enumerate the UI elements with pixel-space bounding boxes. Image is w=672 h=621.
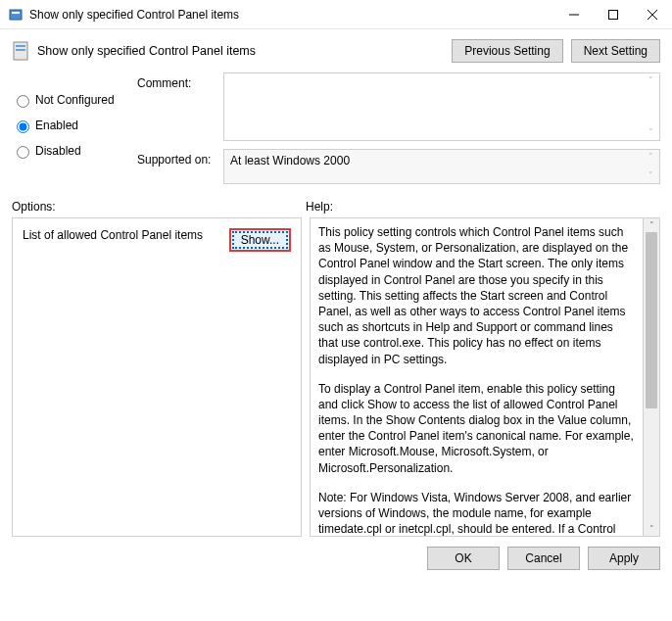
apply-button[interactable]: Apply bbox=[588, 547, 660, 570]
radio-label: Disabled bbox=[35, 144, 81, 158]
radio-label: Enabled bbox=[35, 119, 78, 132]
svg-rect-3 bbox=[609, 10, 618, 19]
policy-icon bbox=[12, 40, 29, 62]
footer: OK Cancel Apply bbox=[0, 537, 672, 580]
close-button[interactable] bbox=[633, 1, 672, 28]
svg-rect-8 bbox=[16, 49, 25, 51]
help-label: Help: bbox=[306, 200, 660, 214]
cancel-button[interactable]: Cancel bbox=[507, 547, 580, 570]
title-bar: Show only specified Control Panel items bbox=[0, 0, 672, 29]
svg-rect-1 bbox=[12, 12, 20, 14]
help-panel: This policy setting controls which Contr… bbox=[310, 217, 644, 537]
radio-enabled[interactable]: Enabled bbox=[12, 118, 137, 133]
svg-rect-0 bbox=[10, 10, 22, 20]
help-scrollbar[interactable]: ˄ ˅ bbox=[644, 217, 660, 537]
radio-disabled[interactable]: Disabled bbox=[12, 143, 137, 159]
help-paragraph: To display a Control Panel item, enable … bbox=[318, 381, 635, 476]
maximize-button[interactable] bbox=[594, 1, 633, 28]
next-setting-button[interactable]: Next Setting bbox=[571, 39, 660, 63]
policy-title: Show only specified Control Panel items bbox=[37, 44, 444, 58]
supported-on-value: At least Windows 2000 bbox=[230, 154, 350, 167]
header-row: Show only specified Control Panel items … bbox=[0, 29, 672, 69]
radio-label: Not Configured bbox=[35, 93, 115, 107]
options-list-label: List of allowed Control Panel items bbox=[23, 228, 229, 242]
scroll-down-icon: ˅ bbox=[644, 522, 659, 536]
comment-textarea[interactable]: ˄˅ bbox=[223, 72, 660, 141]
supported-on-box: At least Windows 2000 ˄˅ bbox=[223, 149, 660, 184]
scroll-thumb[interactable] bbox=[646, 232, 657, 408]
scroll-up-icon: ˄ bbox=[644, 218, 659, 232]
radio-not-configured[interactable]: Not Configured bbox=[12, 92, 137, 108]
app-icon bbox=[8, 7, 24, 23]
comment-label: Comment: bbox=[137, 72, 223, 141]
window-title: Show only specified Control Panel items bbox=[29, 8, 554, 22]
help-paragraph: Note: For Windows Vista, Windows Server … bbox=[318, 490, 635, 537]
previous-setting-button[interactable]: Previous Setting bbox=[452, 39, 562, 63]
show-button[interactable]: Show... bbox=[229, 228, 291, 252]
state-radio-group: Not Configured Enabled Disabled bbox=[12, 72, 137, 192]
options-panel: List of allowed Control Panel items Show… bbox=[12, 217, 302, 537]
minimize-button[interactable] bbox=[554, 1, 594, 28]
help-paragraph: This policy setting controls which Contr… bbox=[318, 224, 635, 367]
svg-rect-7 bbox=[16, 45, 25, 47]
ok-button[interactable]: OK bbox=[427, 547, 500, 570]
supported-on-label: Supported on: bbox=[137, 149, 223, 184]
options-label: Options: bbox=[12, 200, 306, 214]
